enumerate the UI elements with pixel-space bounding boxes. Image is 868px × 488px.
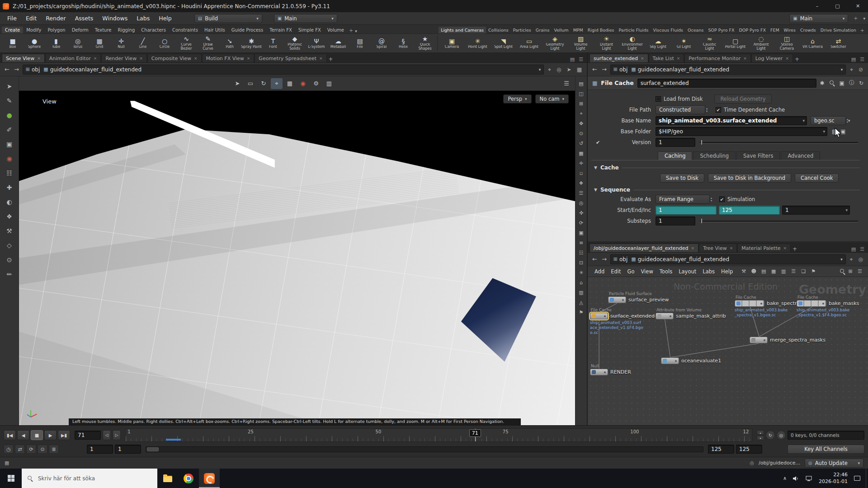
shelf-tool[interactable]: ☁ Sky Light [645,35,671,51]
viewport-option-icon[interactable]: ☰ [577,189,586,197]
transport-button[interactable]: ◀ [17,430,29,440]
network-toolbar-icon[interactable]: ▥ [779,268,788,274]
viewport-option-icon[interactable]: ❖ [577,179,586,187]
spinner-icon[interactable]: ▴▾ [711,197,712,202]
network-node[interactable]: merge_spectra_masks [750,337,822,343]
substeps-field[interactable] [656,216,695,225]
menu-item[interactable]: Render [41,15,71,22]
jump-icon[interactable]: ➤ [566,66,573,73]
shelf-tab[interactable]: DOP Pyro FX [737,27,768,33]
network-node[interactable]: Particle Fluid Surface surface_preview [608,291,680,303]
network-toolbar-icon[interactable]: ⚒ [739,268,748,274]
close-tab-icon[interactable]: × [730,246,733,250]
breadcrumb[interactable]: ⊞ obj ▦ guidedoceanlayer_fluid_extended … [610,254,846,264]
close-tab-icon[interactable]: × [37,56,41,61]
range-up-icon[interactable]: ▴ [757,430,764,435]
pin-icon[interactable]: ⌖ [547,66,552,73]
network-toolbar-icon[interactable]: ⚑ [809,268,818,274]
show-desktop-button[interactable] [866,469,868,488]
shelf-tab[interactable]: Polygon [44,27,68,33]
target-icon[interactable]: ◎ [555,66,562,73]
node-shape[interactable] [735,300,764,307]
viewport-option-icon[interactable]: ◬ [577,299,586,306]
shelf-tab[interactable]: Terrain FX [266,27,295,33]
viewport-toolbar-icon[interactable]: ➤ [231,78,243,89]
notification-icon[interactable] [854,476,860,481]
param-section-tab[interactable]: Caching [658,151,692,160]
breadcrumb-root[interactable]: ⊞ obj [26,66,40,73]
transport-button[interactable]: ▮◀ [4,430,16,440]
network-menu-item[interactable]: Labs [699,268,718,275]
reload-geometry-button[interactable]: Reload Geometry [714,94,771,103]
substeps-slider[interactable] [700,218,858,224]
close-tab-icon[interactable]: × [94,56,97,61]
param-section-tab[interactable]: Scheduling [693,151,736,160]
info-icon[interactable]: ⓘ [849,79,854,87]
viewport-tool-icon[interactable]: ◉ [3,153,16,164]
maximize-button[interactable]: ▢ [827,0,848,12]
shelf-tab[interactable]: Drive Simulation [818,27,859,33]
shelf-tab[interactable]: Collisions [486,27,511,33]
shelf-tool[interactable]: ╱ Line [132,35,154,51]
network-node[interactable]: Null RENDER [590,364,662,375]
viewport-toolbar-icon[interactable]: ⚙ [310,78,322,89]
shelf-tab[interactable]: Vellum [552,27,571,33]
pane-tab[interactable]: /obj/guidedoceanlayer_fluid_extended × [590,244,698,252]
pane-tab[interactable]: Scene View × [2,54,45,62]
step-forward-button[interactable]: ▷ [113,430,121,440]
transport-button[interactable]: ■ [31,430,43,440]
file-chooser-icon[interactable]: ▤ [832,128,837,135]
current-frame-field[interactable] [75,431,101,440]
pane-split-icon[interactable]: ▤ [849,246,858,252]
viewport-option-icon[interactable]: ≡ [577,239,586,247]
cache-action-button[interactable]: Save to Disk [660,174,704,183]
viewport-tool-icon[interactable]: ✎ [3,95,16,106]
close-tab-icon[interactable]: × [319,56,323,61]
network-menu-item[interactable]: Add [591,268,608,275]
grid-icon[interactable]: ▦ [576,66,583,73]
shelf-tool[interactable]: ◐ Environment Light [619,35,645,51]
cache-action-button[interactable]: Save to Disk in Background [708,174,791,183]
forward-icon[interactable]: → [601,66,608,73]
shelf-tab[interactable]: Wires [782,27,798,33]
shelf-tool[interactable]: ◌ Ambient Light [748,35,774,51]
close-tab-icon[interactable]: × [785,56,789,61]
breadcrumb-caret[interactable]: ▾ [840,257,843,262]
search-icon[interactable] [829,80,835,86]
network-icon[interactable] [806,476,812,481]
start-button[interactable] [0,469,22,488]
playbar-option-icon[interactable]: ⊙ [38,445,47,454]
gear-icon[interactable]: ✱ [820,80,825,86]
simulation-checkbox[interactable]: ✔ [719,197,725,202]
forward-icon[interactable]: → [601,256,608,263]
taskbar-file-explorer[interactable] [157,469,178,488]
display-options-icon[interactable]: ☰ [561,78,572,89]
network-graph[interactable]: Non-Commercial Edition Geometry Particle… [588,277,868,425]
shelf-tool[interactable]: Ψ L-System [306,35,327,51]
node-shape[interactable] [750,337,768,343]
grid-icon[interactable]: ⊞ [846,268,855,274]
desktop-build-combo[interactable]: ▤ Build ▾ [194,14,262,23]
range-end-field[interactable] [719,206,780,215]
network-toolbar-icon[interactable]: ☻ [749,268,758,274]
breadcrumb-root[interactable]: ⊞ obj [613,66,628,73]
time-dependent-checkbox[interactable]: ✔ [716,107,721,113]
forward-icon[interactable]: → [13,66,20,73]
viewport-tool-icon[interactable]: ◐ [3,197,16,207]
update-mode-combo[interactable]: ◎ Auto Update ▾ [805,459,863,468]
playhead-marker[interactable]: 71 [469,429,481,437]
shelf-tab[interactable]: Simple FX [295,27,324,33]
node-shape[interactable] [590,369,608,375]
sequence-section-header[interactable]: ▼ Sequence [594,187,860,193]
viewport-tool-icon[interactable]: ▣ [3,139,16,150]
network-menu-item[interactable]: Edit [608,268,624,275]
cache-action-button[interactable]: Cancel Cook [795,174,839,183]
network-node[interactable]: File Cache bake_masks ship_animated_v003… [797,295,868,318]
viewport-option-icon[interactable]: ▫ [577,169,586,177]
shelf-tab[interactable]: Viscous Fluids [651,27,685,33]
global-end-field[interactable] [736,445,762,454]
shelf-tool[interactable]: ∿ Curve Bezier [175,35,197,51]
shelf-tool[interactable]: ◆ Platonic Solids [284,35,306,51]
pane-tab[interactable]: Render View × [101,54,146,62]
shelf-tool[interactable]: ☁ Metaball [327,35,349,51]
